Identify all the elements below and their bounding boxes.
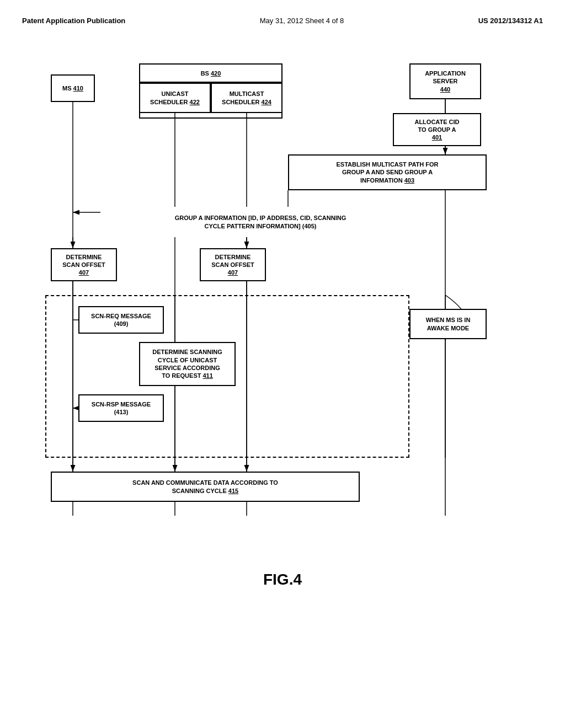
bs-label-box: BS 420 bbox=[139, 63, 282, 83]
header-center: May 31, 2012 Sheet 4 of 8 bbox=[260, 17, 344, 25]
scan-offset-left-box: DETERMINESCAN OFFSET407 bbox=[51, 248, 117, 281]
scan-communicate-box: SCAN AND COMMUNICATE DATA ACCORDING TOSC… bbox=[51, 472, 360, 502]
scan-offset-left-label: DETERMINESCAN OFFSET407 bbox=[62, 253, 105, 277]
multicast-label: MULTICASTSCHEDULER 424 bbox=[222, 90, 271, 106]
ms-label: MS 410 bbox=[62, 84, 83, 92]
when-ms-box: WHEN MS IS INAWAKE MODE bbox=[409, 309, 487, 339]
header-left: Patent Application Publication bbox=[22, 17, 125, 25]
determine-scan-box: DETERMINE SCANNINGCYCLE OF UNICASTSERVIC… bbox=[139, 342, 236, 386]
app-server-label: APPLICATIONSERVER440 bbox=[425, 69, 466, 93]
establish-multicast-box: ESTABLISH MULTICAST PATH FORGROUP A AND … bbox=[288, 154, 487, 190]
when-ms-label: WHEN MS IS INAWAKE MODE bbox=[426, 316, 471, 332]
bs-number: 420 bbox=[211, 70, 221, 77]
scan-offset-right-box: DETERMINESCAN OFFSET407 bbox=[200, 248, 266, 281]
page: Patent Application Publication May 31, 2… bbox=[0, 0, 565, 728]
determine-scan-label: DETERMINE SCANNINGCYCLE OF UNICASTSERVIC… bbox=[152, 348, 222, 379]
scan-offset-right-label: DETERMINESCAN OFFSET407 bbox=[211, 253, 254, 277]
allocate-label: ALLOCATE CIDTO GROUP A401 bbox=[414, 118, 459, 142]
unicast-label: UNICASTSCHEDULER 422 bbox=[150, 90, 200, 106]
fig-caption: FIG.4 bbox=[22, 571, 543, 588]
allocate-cid-box: ALLOCATE CIDTO GROUP A401 bbox=[393, 113, 481, 146]
multicast-scheduler-box: MULTICASTSCHEDULER 424 bbox=[211, 83, 282, 113]
bs-label-text: BS 420 bbox=[201, 70, 221, 77]
scn-req-box: SCN-REQ MESSAGE(409) bbox=[78, 306, 164, 334]
ms-number: 410 bbox=[73, 85, 83, 92]
ms-box: MS 410 bbox=[51, 74, 95, 102]
scn-rsp-label: SCN-RSP MESSAGE(413) bbox=[92, 400, 151, 416]
group-info-label: GROUP A INFORMATION [ID, IP ADDRESS, CID… bbox=[100, 207, 420, 237]
header: Patent Application Publication May 31, 2… bbox=[22, 11, 543, 36]
establish-label: ESTABLISH MULTICAST PATH FORGROUP A AND … bbox=[337, 160, 439, 184]
scn-rsp-box: SCN-RSP MESSAGE(413) bbox=[78, 394, 164, 422]
scan-communicate-label: SCAN AND COMMUNICATE DATA ACCORDING TOSC… bbox=[132, 479, 278, 495]
header-right: US 2012/134312 A1 bbox=[478, 17, 543, 25]
scn-req-label: SCN-REQ MESSAGE(409) bbox=[91, 312, 151, 328]
diagram-area: MS 410 BS 420 UNICASTSCHEDULER 422 MULTI… bbox=[34, 58, 531, 554]
group-info-text: GROUP A INFORMATION [ID, IP ADDRESS, CID… bbox=[175, 214, 346, 230]
app-server-box: APPLICATIONSERVER440 bbox=[409, 63, 481, 99]
unicast-scheduler-box: UNICASTSCHEDULER 422 bbox=[139, 83, 211, 113]
